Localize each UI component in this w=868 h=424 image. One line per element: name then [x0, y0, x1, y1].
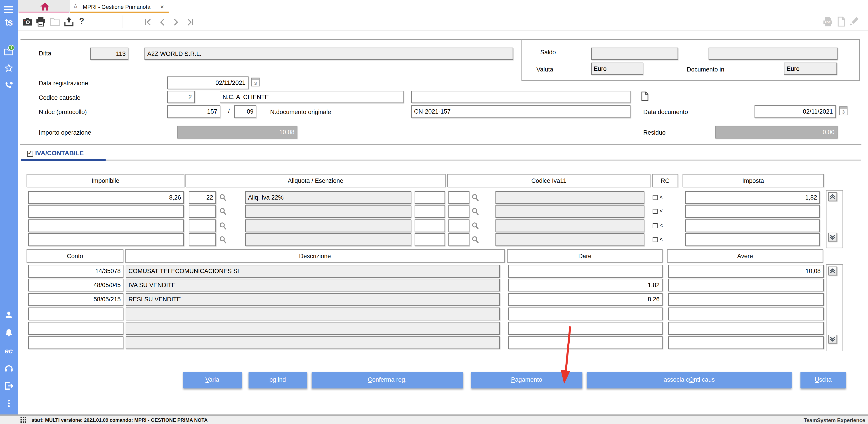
- export-upload-icon[interactable]: [64, 17, 74, 29]
- conto-field[interactable]: 48/05/045: [28, 279, 123, 292]
- uscita-button[interactable]: Uscita: [800, 372, 846, 388]
- iva-n2-field[interactable]: [448, 191, 469, 204]
- iva-n2-field[interactable]: [448, 219, 469, 232]
- snapshot-camera-icon[interactable]: [23, 17, 33, 28]
- document-icon[interactable]: [641, 91, 649, 103]
- iva-imposta-field[interactable]: [685, 205, 820, 218]
- ndoc-suffix-field[interactable]: 09: [234, 105, 256, 118]
- documento-in-field[interactable]: Euro: [784, 62, 837, 75]
- iva-contabile-checkbox[interactable]: ✓: [27, 150, 33, 157]
- tab-home[interactable]: [18, 0, 69, 13]
- iva-imponibile-field[interactable]: [28, 205, 184, 218]
- iva-scroll-down-button[interactable]: [828, 233, 837, 242]
- iva-scroll-up-button[interactable]: [828, 192, 837, 201]
- more-options-icon[interactable]: [0, 400, 18, 409]
- nav-prev-icon[interactable]: [159, 18, 165, 28]
- conto-field[interactable]: [28, 308, 123, 320]
- iva-n1-field[interactable]: [414, 205, 445, 218]
- valuta-field[interactable]: Euro: [591, 62, 643, 75]
- user-profile-icon[interactable]: [0, 311, 18, 321]
- conto-dare-field[interactable]: 8,26: [508, 293, 662, 306]
- associa-conti-caus-button[interactable]: associa cOnti caus: [587, 372, 792, 388]
- iva-rc-checkbox[interactable]: [653, 237, 657, 242]
- favorites-star-icon[interactable]: [0, 64, 18, 75]
- edit-pencil-icon[interactable]: [848, 17, 859, 29]
- iva-imponibile-field[interactable]: [28, 233, 184, 246]
- iva-imposta-field[interactable]: 1,82: [685, 191, 820, 204]
- iva-imposta-field[interactable]: [685, 233, 820, 246]
- menu-hamburger-icon[interactable]: [0, 5, 18, 15]
- ec-logo-icon[interactable]: ec: [0, 347, 18, 355]
- conto-dare-field[interactable]: 1,82: [508, 279, 662, 292]
- tab-close-icon[interactable]: ×: [160, 3, 164, 9]
- iva-aliquota-code-field[interactable]: [189, 219, 216, 232]
- conto-dare-field[interactable]: [508, 336, 662, 349]
- iva-rc-checkbox[interactable]: [653, 195, 657, 200]
- conto-avere-field[interactable]: [668, 279, 824, 292]
- pdf-export-icon[interactable]: PDF: [823, 17, 833, 29]
- conto-dare-field[interactable]: [508, 322, 662, 335]
- ditta-name-field[interactable]: A2Z WORLD S.R.L.: [145, 47, 513, 59]
- calendar-icon[interactable]: 3: [839, 106, 848, 115]
- nav-next-icon[interactable]: [173, 18, 179, 28]
- teamsystem-logo-icon[interactable]: ts: [0, 17, 18, 28]
- search-icon[interactable]: [472, 236, 479, 245]
- ditta-code-field[interactable]: 113: [90, 47, 128, 59]
- conto-avere-field[interactable]: [668, 293, 824, 306]
- conto-dare-field[interactable]: [508, 308, 662, 320]
- conto-field[interactable]: [28, 322, 123, 335]
- logout-icon[interactable]: [0, 382, 18, 392]
- iva-rc-checkbox[interactable]: [653, 223, 657, 228]
- help-icon[interactable]: ?: [79, 16, 84, 26]
- tab-active[interactable]: ☆ MPRI - Gestione Primanota ×: [69, 0, 169, 13]
- conti-scroll-down-button[interactable]: [828, 334, 837, 343]
- tab-iva-contabile[interactable]: IVA/CONTABILE: [35, 149, 84, 156]
- iva-aliquota-code-field[interactable]: [189, 205, 216, 218]
- iva-n1-field[interactable]: [414, 233, 445, 246]
- iva-n1-field[interactable]: [414, 191, 445, 204]
- notifications-bell-icon[interactable]: [0, 329, 18, 339]
- conto-field[interactable]: [28, 336, 123, 349]
- phone-contact-icon[interactable]: [0, 81, 18, 92]
- conto-field[interactable]: 58/05/215: [28, 293, 123, 306]
- search-icon[interactable]: [472, 208, 479, 216]
- iva-n1-field[interactable]: [414, 219, 445, 232]
- open-folder-icon[interactable]: [50, 18, 60, 28]
- support-headset-icon[interactable]: [0, 364, 18, 375]
- conferma-reg-button[interactable]: Conferma reg.: [311, 372, 463, 388]
- conto-avere-field[interactable]: [668, 308, 824, 320]
- codice-causale-extra-field[interactable]: [411, 90, 631, 103]
- nav-first-icon[interactable]: [144, 18, 152, 28]
- search-icon[interactable]: [219, 222, 227, 230]
- nav-last-icon[interactable]: [186, 18, 194, 28]
- iva-n2-field[interactable]: [448, 233, 469, 246]
- ndoc-number-field[interactable]: 157: [167, 105, 220, 118]
- pg-ind-button[interactable]: pg.ind: [248, 372, 307, 388]
- iva-aliquota-code-field[interactable]: 22: [189, 191, 216, 204]
- iva-imponibile-field[interactable]: 8,26: [28, 191, 184, 204]
- conto-avere-field[interactable]: 10,08: [668, 264, 824, 277]
- saldo-field-2[interactable]: [708, 47, 837, 59]
- varia-button[interactable]: Varia: [183, 372, 242, 388]
- data-documento-field[interactable]: 02/11/2021: [754, 105, 836, 118]
- iva-rc-checkbox[interactable]: [653, 209, 657, 214]
- conti-scroll-up-button[interactable]: [828, 266, 837, 275]
- iva-imposta-field[interactable]: [685, 219, 820, 232]
- tab-star-icon[interactable]: ☆: [73, 3, 78, 10]
- search-icon[interactable]: [219, 208, 227, 216]
- conto-avere-field[interactable]: [668, 336, 824, 349]
- data-registrazione-field[interactable]: 02/11/2021: [167, 77, 248, 89]
- iva-aliquota-code-field[interactable]: [189, 233, 216, 246]
- codice-causale-code-field[interactable]: 2: [167, 90, 195, 103]
- saldo-field-1[interactable]: [591, 47, 678, 59]
- conto-dare-field[interactable]: [508, 264, 662, 277]
- conto-avere-field[interactable]: [668, 322, 824, 335]
- search-icon[interactable]: [219, 236, 227, 245]
- conto-field[interactable]: 14/35078: [28, 264, 123, 277]
- ndoc-originale-field[interactable]: CN-2021-157: [411, 105, 631, 118]
- print-icon[interactable]: [36, 17, 45, 29]
- new-document-icon[interactable]: [837, 17, 845, 29]
- codice-causale-desc-field[interactable]: N.C. A CLIENTE: [220, 90, 403, 103]
- start-grid-icon[interactable]: [21, 417, 27, 423]
- iva-imponibile-field[interactable]: [28, 219, 184, 232]
